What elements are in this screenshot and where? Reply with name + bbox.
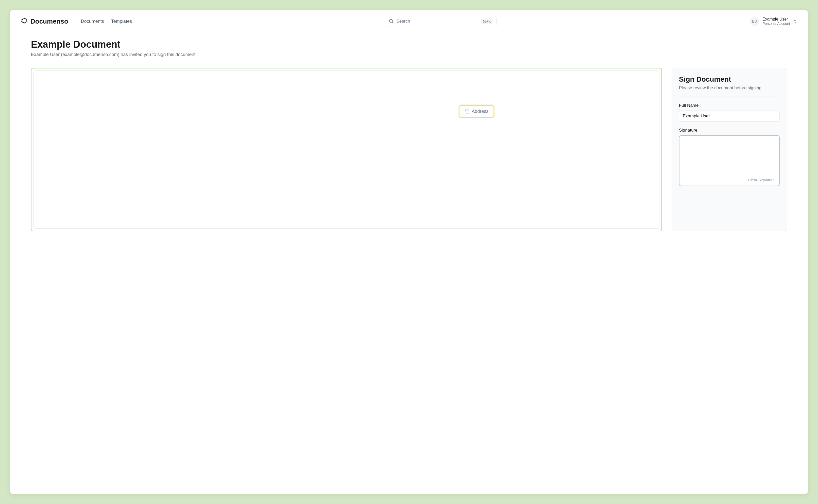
sidebar-title: Sign Document [679,75,780,83]
signature-group: Signature Clear Signature [679,128,780,186]
nav-documents[interactable]: Documents [81,19,104,24]
user-account-type: Personal Account [762,22,790,26]
page-subtitle: Example User (example@documenso.com) has… [31,52,787,57]
fullname-group: Full Name [679,103,780,122]
signature-pad[interactable]: Clear Signature [679,135,780,186]
nav-links: Documents Templates [81,19,132,24]
chevron-updown-icon [793,19,797,23]
user-name: Example User [762,17,790,22]
app-container: Documenso Documents Templates ⌘+K EU Exa… [10,10,808,494]
svg-point-0 [389,20,393,23]
main-layout: Address Sign Document Please review the … [31,68,787,231]
clear-signature-button[interactable]: Clear Signature [748,178,775,182]
brand-name: Documenso [30,17,68,25]
sign-sidebar: Sign Document Please review the document… [672,68,787,231]
user-info: Example User Personal Account [762,17,790,26]
logo-icon [21,18,28,25]
address-field-tag[interactable]: Address [459,105,494,118]
svg-line-1 [392,22,393,23]
search-container: ⌘+K [145,16,737,27]
search-shortcut: ⌘+K [481,19,493,24]
user-menu[interactable]: EU Example User Personal Account [750,16,797,26]
content: Example Document Example User (example@d… [10,33,808,231]
fullname-input[interactable] [679,111,780,122]
sidebar-subtitle: Please review the document before signin… [679,85,780,97]
signature-label: Signature [679,128,780,133]
fullname-label: Full Name [679,103,780,108]
document-viewer: Address [31,68,662,231]
nav-templates[interactable]: Templates [111,19,132,24]
text-type-icon [465,109,470,114]
search-box[interactable]: ⌘+K [385,16,496,27]
header: Documenso Documents Templates ⌘+K EU Exa… [10,10,808,33]
search-input[interactable] [396,19,478,24]
search-icon [389,19,394,24]
logo[interactable]: Documenso [21,17,68,25]
page-title: Example Document [31,39,787,50]
field-tag-label: Address [472,109,488,114]
avatar: EU [750,16,759,26]
document-page[interactable]: Address [33,70,660,229]
